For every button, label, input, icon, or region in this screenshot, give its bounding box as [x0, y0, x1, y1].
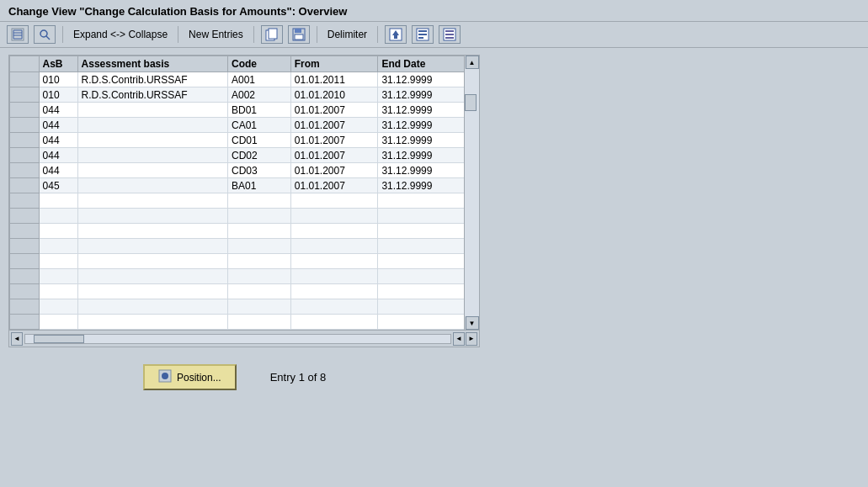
- table-row[interactable]: [10, 315, 466, 330]
- table-row[interactable]: 044BD0101.01.200731.12.9999: [10, 103, 466, 118]
- table-row[interactable]: [10, 269, 466, 284]
- vertical-scrollbar[interactable]: ▲ ▼: [464, 56, 479, 330]
- table-row[interactable]: 010R.D.S.Contrib.URSSAFA00201.01.201031.…: [10, 87, 466, 103]
- cell-from: [290, 193, 378, 209]
- cell-asb: [39, 193, 77, 209]
- cell-assessment_basis: [77, 254, 227, 269]
- cell-code: [227, 284, 290, 299]
- row-num-cell: [10, 315, 40, 330]
- hscroll-right-btn1[interactable]: ◄: [453, 332, 465, 346]
- export-btn3[interactable]: [439, 25, 461, 44]
- row-num-cell: [10, 87, 40, 103]
- title-bar: Change View "Change Calculation Basis fo…: [0, 0, 868, 22]
- hscroll-left-btn[interactable]: ◄: [11, 332, 23, 346]
- row-num-cell: [10, 269, 40, 284]
- row-num-cell: [10, 72, 40, 87]
- expand-collapse-btn[interactable]: Expand <-> Collapse: [70, 27, 171, 42]
- table-row[interactable]: 044CD0201.01.200731.12.9999: [10, 148, 466, 163]
- find-icon-btn[interactable]: [34, 25, 56, 44]
- scroll-down-btn[interactable]: ▼: [466, 316, 479, 330]
- table-header-row: AsB Assessment basis Code From End Date: [10, 56, 466, 72]
- table-row[interactable]: [10, 299, 466, 315]
- table-row[interactable]: [10, 193, 466, 209]
- table-row[interactable]: 044CA0101.01.200731.12.9999: [10, 118, 466, 133]
- cell-asb: [39, 284, 77, 299]
- copy-btn[interactable]: [261, 25, 283, 44]
- save-btn[interactable]: [288, 25, 310, 44]
- main-area: AsB Assessment basis Code From End Date …: [0, 48, 868, 397]
- row-num-cell: [10, 224, 40, 239]
- row-num-cell: [10, 254, 40, 269]
- cell-asb: 044: [39, 133, 77, 148]
- cell-end_date: 31.12.9999: [378, 178, 466, 193]
- svg-rect-14: [418, 30, 427, 32]
- svg-rect-18: [445, 30, 454, 32]
- cell-end_date: [378, 239, 466, 254]
- cell-end_date: [378, 224, 466, 239]
- export-btn2[interactable]: [412, 25, 434, 44]
- position-label: Position...: [177, 372, 221, 384]
- cell-code: [227, 269, 290, 284]
- cell-end_date: 31.12.9999: [378, 103, 466, 118]
- table-row[interactable]: 044CD0301.01.200731.12.9999: [10, 163, 466, 178]
- svg-rect-20: [445, 37, 454, 39]
- svg-rect-8: [295, 29, 301, 33]
- cell-code: A002: [227, 87, 290, 103]
- cell-code: CA01: [227, 118, 290, 133]
- table-row[interactable]: [10, 284, 466, 299]
- scroll-track[interactable]: [465, 69, 479, 316]
- svg-rect-16: [418, 37, 423, 39]
- cell-end_date: [378, 269, 466, 284]
- footer-area: Position... Entry 1 of 8: [8, 364, 326, 390]
- cell-from: 01.01.2007: [290, 103, 378, 118]
- svg-rect-6: [269, 29, 277, 39]
- cell-from: [290, 254, 378, 269]
- cell-assessment_basis: R.D.S.Contrib.URSSAF: [77, 87, 227, 103]
- cell-end_date: [378, 254, 466, 269]
- table-row[interactable]: 044CD0101.01.200731.12.9999: [10, 133, 466, 148]
- export-btn1[interactable]: [385, 25, 407, 44]
- cell-end_date: 31.12.9999: [378, 133, 466, 148]
- table-row[interactable]: 010R.D.S.Contrib.URSSAFA00101.01.201131.…: [10, 72, 466, 87]
- cell-asb: [39, 299, 77, 315]
- hscroll-thumb[interactable]: [34, 335, 84, 343]
- cell-end_date: 31.12.9999: [378, 87, 466, 103]
- table-scroll-area[interactable]: AsB Assessment basis Code From End Date …: [9, 56, 466, 330]
- cell-assessment_basis: [77, 209, 227, 224]
- svg-rect-15: [418, 34, 427, 35]
- horizontal-scrollbar-bar: ◄ ◄ ►: [8, 331, 480, 347]
- col-from: From: [290, 56, 378, 72]
- svg-rect-19: [445, 34, 454, 35]
- cell-assessment_basis: [77, 284, 227, 299]
- table-row[interactable]: [10, 224, 466, 239]
- cell-code: [227, 224, 290, 239]
- cell-from: [290, 239, 378, 254]
- cell-code: [227, 315, 290, 330]
- new-entries-btn[interactable]: New Entries: [185, 27, 247, 42]
- table-row[interactable]: 045BA0101.01.200731.12.9999: [10, 178, 466, 193]
- cell-asb: 044: [39, 148, 77, 163]
- hscroll-track[interactable]: [24, 334, 451, 344]
- cell-asb: [39, 269, 77, 284]
- entry-info: Entry 1 of 8: [270, 371, 326, 384]
- scroll-thumb[interactable]: [465, 94, 477, 111]
- row-num-cell: [10, 193, 40, 209]
- position-icon: [158, 369, 172, 385]
- cell-from: [290, 224, 378, 239]
- scroll-up-btn[interactable]: ▲: [466, 56, 479, 69]
- position-btn[interactable]: Position...: [143, 364, 237, 390]
- table-row[interactable]: [10, 239, 466, 254]
- delimiter-btn[interactable]: Delimiter: [324, 27, 370, 42]
- cell-code: [227, 193, 290, 209]
- cell-from: 01.01.2007: [290, 148, 378, 163]
- edit-icon-btn[interactable]: [7, 25, 29, 44]
- row-num-cell: [10, 299, 40, 315]
- cell-from: 01.01.2007: [290, 118, 378, 133]
- hscroll-right-btn2[interactable]: ►: [466, 332, 477, 346]
- table-outer: AsB Assessment basis Code From End Date …: [8, 55, 480, 331]
- cell-end_date: [378, 299, 466, 315]
- table-row[interactable]: [10, 254, 466, 269]
- cell-asb: 044: [39, 118, 77, 133]
- svg-point-3: [40, 30, 47, 37]
- table-row[interactable]: [10, 209, 466, 224]
